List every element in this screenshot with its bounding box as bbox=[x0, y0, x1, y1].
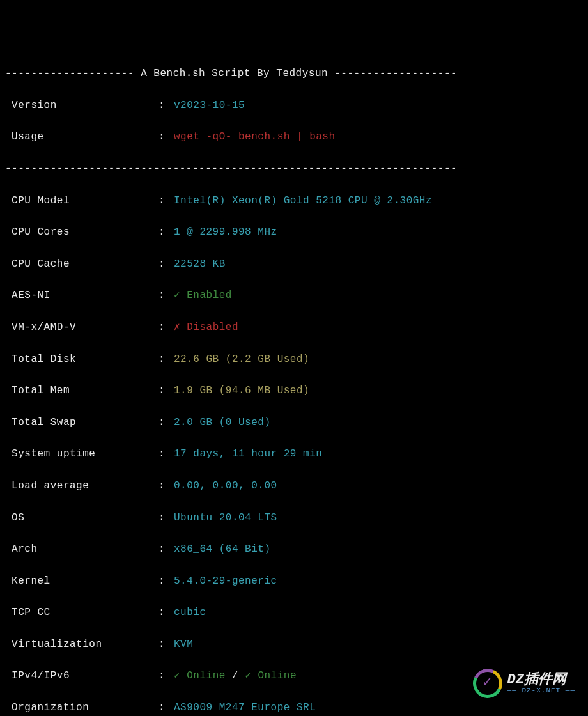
total-disk-row: Total Disk: 22.6 GB (2.2 GB Used) bbox=[5, 352, 583, 368]
load-value: 0.00, 0.00, 0.00 bbox=[174, 478, 277, 494]
total-mem-value: 1.9 GB (94.6 MB Used) bbox=[174, 383, 309, 399]
watermark: DZ插件网 —— DZ-X.NET —— bbox=[473, 669, 575, 698]
version-label: Version bbox=[5, 98, 159, 114]
cpu-cache-value: 22528 KB bbox=[174, 256, 226, 272]
total-mem-row: Total Mem: 1.9 GB (94.6 MB Used) bbox=[5, 383, 583, 399]
title-suffix: ------------------- bbox=[328, 66, 457, 82]
virt-value: KVM bbox=[174, 637, 193, 653]
aesni-row: AES-NI: ✓ Enabled bbox=[5, 288, 583, 304]
title-line: -------------------- A Bench.sh Script B… bbox=[5, 66, 583, 82]
watermark-main: DZ插件网 bbox=[507, 673, 575, 687]
os-row: OS: Ubuntu 20.04 LTS bbox=[5, 510, 583, 526]
logo-icon bbox=[468, 665, 506, 703]
cpu-cache-row: CPU Cache: 22528 KB bbox=[5, 256, 583, 272]
kernel-value: 5.4.0-29-generic bbox=[174, 573, 277, 589]
vmx-value: Disabled bbox=[187, 322, 238, 333]
load-row: Load average: 0.00, 0.00, 0.00 bbox=[5, 478, 583, 494]
virt-row: Virtualization: KVM bbox=[5, 637, 583, 653]
aesni-value: Enabled bbox=[187, 290, 232, 301]
title-text: A Bench.sh Script By Teddysun bbox=[141, 66, 328, 82]
tcp-row: TCP CC: cubic bbox=[5, 605, 583, 621]
usage-row: Usage: wget -qO- bench.sh | bash bbox=[5, 129, 583, 145]
check-icon: ✓ bbox=[174, 670, 187, 681]
arch-value: x86_64 (64 Bit) bbox=[174, 541, 271, 557]
version-row: Version: v2023-10-15 bbox=[5, 98, 583, 114]
check-icon: ✓ bbox=[174, 290, 187, 301]
cpu-cores-row: CPU Cores: 1 @ 2299.998 MHz bbox=[5, 224, 583, 240]
org-value: AS9009 M247 Europe SRL bbox=[174, 700, 316, 716]
uptime-row: System uptime: 17 days, 11 hour 29 min bbox=[5, 446, 583, 462]
vmx-row: VM-x/AMD-V: ✗ Disabled bbox=[5, 320, 583, 336]
separator: ----------------------------------------… bbox=[5, 161, 583, 177]
org-row: Organization: AS9009 M247 Europe SRL bbox=[5, 700, 583, 716]
uptime-value: 17 days, 11 hour 29 min bbox=[174, 446, 322, 462]
total-swap-value: 2.0 GB (0 Used) bbox=[174, 415, 271, 431]
title-prefix: -------------------- bbox=[5, 66, 141, 82]
cross-icon: ✗ bbox=[174, 322, 187, 333]
cpu-cores-value: 1 @ 2299.998 MHz bbox=[174, 224, 277, 240]
check-icon: ✓ bbox=[245, 670, 258, 681]
total-disk-value: 22.6 GB (2.2 GB Used) bbox=[174, 352, 309, 368]
ipv6-status: Online bbox=[258, 670, 297, 681]
usage-value: wget -qO- bench.sh | bash bbox=[174, 129, 336, 145]
version-value: v2023-10-15 bbox=[174, 98, 245, 114]
ipv4-status: Online bbox=[187, 670, 226, 681]
cpu-model-value: Intel(R) Xeon(R) Gold 5218 CPU @ 2.30GHz bbox=[174, 193, 432, 209]
total-swap-row: Total Swap: 2.0 GB (0 Used) bbox=[5, 415, 583, 431]
os-value: Ubuntu 20.04 LTS bbox=[174, 510, 277, 526]
watermark-sub: —— DZ-X.NET —— bbox=[507, 687, 575, 695]
tcp-value: cubic bbox=[174, 605, 206, 621]
usage-label: Usage bbox=[5, 129, 159, 145]
arch-row: Arch: x86_64 (64 Bit) bbox=[5, 541, 583, 557]
cpu-model-row: CPU Model: Intel(R) Xeon(R) Gold 5218 CP… bbox=[5, 193, 583, 209]
kernel-row: Kernel: 5.4.0-29-generic bbox=[5, 573, 583, 589]
